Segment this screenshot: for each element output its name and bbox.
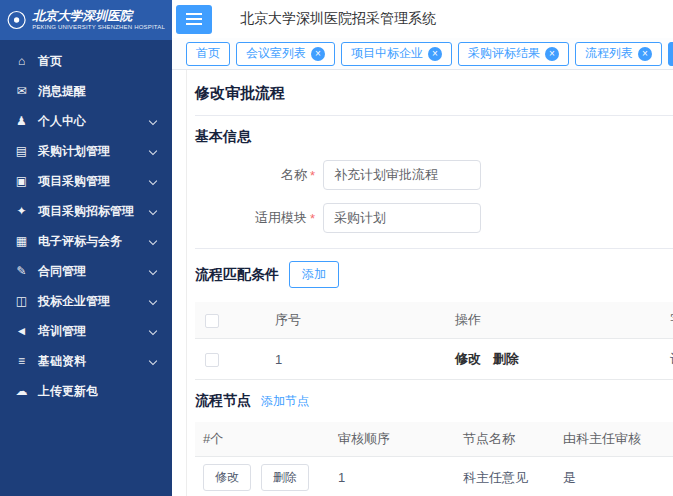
match-conditions-section: 流程匹配条件 添加 序号 操作 字段	[195, 249, 673, 380]
add-condition-button[interactable]: 添加	[289, 261, 339, 288]
process-nodes-table: #个 审核顺序 节点名称 由科主任审核 修改 删除 1	[195, 422, 673, 496]
column-header-action: #个	[195, 422, 330, 457]
page-content: 修改审批流程 基本信息 名称 * 补充计划审批流程 适用模块 *	[186, 70, 673, 496]
hospital-seal-icon	[7, 7, 26, 33]
sidebar-item-bidder-management[interactable]: ◫ 投标企业管理	[0, 286, 172, 316]
column-header-action: 操作	[445, 302, 660, 339]
column-header-order: 审核顺序	[330, 422, 455, 457]
user-icon: ♟	[14, 114, 29, 128]
module-label: 适用模块	[195, 209, 307, 227]
chevron-down-icon	[149, 327, 157, 335]
hospital-logo-block: 北京大学深圳医院 PEKING UNIVERSITY SHENZHEN HOSP…	[0, 0, 172, 40]
column-header-seq: 序号	[265, 302, 445, 339]
logo-text: 北京大学深圳医院 PEKING UNIVERSITY SHENZHEN HOSP…	[32, 9, 165, 30]
cell-director: 是	[555, 457, 673, 496]
tab-project-winning-enterprise[interactable]: 项目中标企业 ×	[341, 42, 452, 66]
process-nodes-section: 流程节点 添加节点 #个 审核顺序 节点名称 由科主任审核	[195, 380, 673, 496]
column-header-director: 由科主任审核	[555, 422, 673, 457]
sidebar-item-label: 项目采购招标管理	[38, 203, 134, 220]
cell-actions: 修改 删除	[445, 339, 660, 380]
modify-button[interactable]: 修改	[203, 464, 251, 491]
chevron-down-icon	[149, 267, 157, 275]
sidebar-item-profile[interactable]: ♟ 个人中心	[0, 106, 172, 136]
tab-label: 采购评标结果	[468, 45, 540, 62]
chevron-down-icon	[149, 147, 157, 155]
tab-process-list[interactable]: 流程列表 ×	[575, 42, 662, 66]
sidebar-item-upload-package[interactable]: ☁ 上传更新包	[0, 376, 172, 406]
chevron-down-icon	[149, 207, 157, 215]
required-mark: *	[310, 168, 315, 183]
menu-toggle-button[interactable]	[176, 5, 212, 34]
sidebar-item-project-bidding[interactable]: ✦ 项目采购招标管理	[0, 196, 172, 226]
tab-label: 首页	[196, 45, 220, 62]
close-icon[interactable]: ×	[428, 47, 442, 61]
project-icon: ▣	[14, 174, 29, 188]
sidebar-item-label: 上传更新包	[38, 383, 98, 400]
module-input[interactable]: 采购计划	[323, 203, 481, 233]
app-root: 北京大学深圳医院 PEKING UNIVERSITY SHENZHEN HOSP…	[0, 0, 673, 496]
chevron-down-icon	[149, 117, 157, 125]
main-area: 北京大学深圳医院招采管理系统 首页 会议室列表 × 项目中标企业 × 采购评标结…	[172, 0, 673, 496]
required-mark: *	[310, 211, 315, 226]
select-all-checkbox[interactable]	[205, 314, 219, 328]
app-title: 北京大学深圳医院招采管理系统	[240, 10, 436, 28]
close-icon[interactable]: ×	[545, 47, 559, 61]
modify-link[interactable]: 修改	[455, 351, 481, 366]
row-checkbox[interactable]	[205, 353, 219, 367]
home-icon: ⌂	[14, 54, 29, 68]
name-input-value: 补充计划审批流程	[334, 166, 438, 184]
name-field-row: 名称 * 补充计划审批流程	[195, 160, 673, 190]
module-field-row: 适用模块 * 采购计划	[195, 203, 673, 233]
logo-subtitle: PEKING UNIVERSITY SHENZHEN HOSPITAL	[32, 24, 165, 31]
tab-procurement-evaluation-result[interactable]: 采购评标结果 ×	[458, 42, 569, 66]
sidebar-item-messages[interactable]: ✉ 消息提醒	[0, 76, 172, 106]
contract-icon: ✎	[14, 264, 29, 278]
close-icon[interactable]: ×	[311, 47, 325, 61]
process-nodes-head: 流程节点 添加节点	[195, 392, 673, 410]
sidebar-item-label: 消息提醒	[38, 83, 86, 100]
bidding-icon: ✦	[14, 204, 29, 218]
sidebar-item-label: 项目采购管理	[38, 173, 110, 190]
delete-button[interactable]: 删除	[261, 464, 309, 491]
tab-label: 流程列表	[585, 45, 633, 62]
sidebar-menu: ⌂ 首页 ✉ 消息提醒 ♟ 个人中心 ▤ 采购计划管理 ▣ 项目采购管理	[0, 40, 172, 406]
sidebar-item-project-procurement[interactable]: ▣ 项目采购管理	[0, 166, 172, 196]
logo-title: 北京大学深圳医院	[32, 9, 165, 23]
tab-label: 会议室列表	[246, 45, 306, 62]
tab-home[interactable]: 首页	[186, 42, 230, 66]
cell-seq: 1	[265, 339, 445, 380]
page-header: 修改审批流程	[195, 70, 673, 116]
sidebar-item-label: 首页	[38, 53, 62, 70]
cell-clipped: 计划	[660, 339, 673, 380]
delete-link[interactable]: 删除	[493, 351, 519, 366]
sidebar-item-label: 合同管理	[38, 263, 86, 280]
table-row: 修改 删除 1 科主任意见 是	[195, 457, 673, 496]
sidebar-item-basic-data[interactable]: ≡ 基础资料	[0, 346, 172, 376]
process-nodes-title: 流程节点	[195, 392, 251, 410]
basic-info-title: 基本信息	[195, 128, 673, 146]
training-icon: ◄	[14, 324, 29, 338]
upload-icon: ☁	[14, 384, 29, 398]
table-row: 1 修改 删除 计划	[195, 339, 673, 380]
sidebar-item-label: 培训管理	[38, 323, 86, 340]
column-header-clipped: 字段	[660, 302, 673, 339]
column-header-name: 节点名称	[455, 422, 555, 457]
match-conditions-table: 序号 操作 字段 1 修改 删除 计划	[195, 302, 673, 380]
tab-label: 项目中标企业	[351, 45, 423, 62]
sidebar-item-home[interactable]: ⌂ 首页	[0, 46, 172, 76]
chevron-down-icon	[149, 237, 157, 245]
basic-info-section: 基本信息 名称 * 补充计划审批流程 适用模块 * 采购计划	[195, 116, 673, 249]
sidebar-item-training[interactable]: ◄ 培训管理	[0, 316, 172, 346]
close-icon[interactable]: ×	[638, 47, 652, 61]
sidebar-item-label: 投标企业管理	[38, 293, 110, 310]
name-label: 名称	[195, 166, 307, 184]
tab-process[interactable]: 流程 ×	[668, 42, 673, 66]
tab-meeting-room-list[interactable]: 会议室列表 ×	[236, 42, 335, 66]
evaluation-icon: ▦	[14, 234, 29, 248]
add-node-link[interactable]: 添加节点	[261, 393, 309, 410]
sidebar-item-contract[interactable]: ✎ 合同管理	[0, 256, 172, 286]
sidebar-item-procurement-plan[interactable]: ▤ 采购计划管理	[0, 136, 172, 166]
plan-icon: ▤	[14, 144, 29, 158]
sidebar-item-e-evaluation[interactable]: ▦ 电子评标与会务	[0, 226, 172, 256]
name-input[interactable]: 补充计划审批流程	[323, 160, 481, 190]
